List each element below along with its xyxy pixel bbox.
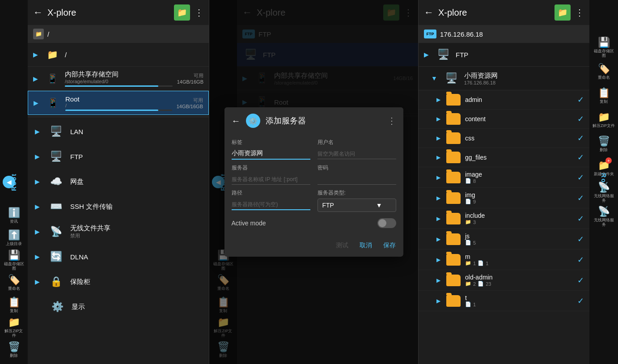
nav-item-wireless[interactable]: ▶ 📡 无线文件共享 禁用 [28, 219, 209, 244]
check-icon: ✓ [577, 114, 584, 124]
test-button[interactable]: 测试 [336, 241, 349, 250]
folder-info: include 📁 3 [465, 212, 573, 225]
password-input[interactable] [317, 174, 396, 185]
folder-info: old-admin 📁 2 📄 23 [465, 274, 573, 287]
p3-new-folder-btn[interactable]: 📁 + 新建文件夹 [592, 157, 615, 180]
list-item[interactable]: ▶ img 📄 9 ✓ [419, 188, 589, 208]
server-type-display[interactable]: FTP ▼ [317, 199, 396, 212]
server-input[interactable] [232, 174, 310, 185]
folder-expand: ▶ [436, 298, 442, 304]
p3-rename-btn[interactable]: 🏷️ 重命名 [592, 60, 615, 83]
folder-info: gg_files [465, 154, 573, 161]
folder-count: 📁 3 [465, 219, 573, 225]
sidebar-disk-btn[interactable]: 💾 磁盘存储区图 [3, 250, 25, 271]
ftp-text: FTP [70, 153, 202, 161]
vault-name: 保险柜 [70, 278, 202, 286]
nav-item-lan[interactable]: ▶ 🖥️ LAN [28, 119, 209, 144]
dialog-col-server-type: 服务器类型: FTP ▼ [317, 189, 396, 212]
storage-icon: 📱 [44, 71, 60, 87]
active-mode-label: Active mode [232, 220, 266, 227]
sidebar-rename-btn[interactable]: 🏷️ 重命名 [3, 272, 25, 293]
dialog-back-button[interactable]: ← [232, 116, 241, 126]
site-icon: 🖥️ [444, 70, 460, 86]
ssh-name: SSH 文件传输 [70, 203, 202, 211]
list-item[interactable]: ▶ old-admin 📁 2 📄 23 ✓ [419, 270, 589, 291]
folder-count: 📄 1 [465, 301, 573, 307]
sidebar-zip-btn[interactable]: 📁 解压ZIP文件 [3, 317, 25, 338]
path-input[interactable] [232, 199, 310, 210]
delete3-icon: 🗑️ [598, 135, 610, 147]
lan-icon: 🖥️ [48, 123, 64, 140]
list-item[interactable]: ▶ t 📄 1 ✓ [419, 291, 589, 311]
panel3-brand-icon: 📁 [555, 4, 571, 21]
p3-delete-btn[interactable]: 🗑️ 删除 [592, 132, 615, 156]
dialog-col-server: 服务器 [232, 164, 310, 185]
rename3-icon: 🏷️ [598, 63, 610, 75]
ssh-icon: ⌨️ [48, 199, 64, 215]
list-item[interactable]: ▶ content ✓ [419, 110, 589, 129]
subfolder-icon: 📁 [465, 260, 471, 266]
chevron-down-icon: ▼ [376, 202, 382, 209]
panel3-ftp-icon: FTP [424, 30, 436, 38]
nav-item-display[interactable]: ⚙️ 显示 [28, 294, 209, 319]
check-icon: ✓ [577, 214, 584, 224]
server-type-select[interactable]: FTP ▼ [317, 199, 396, 212]
save-button[interactable]: 保存 [383, 241, 396, 250]
tag-input[interactable] [232, 148, 310, 160]
list-item[interactable]: ▶ m 📁 1 📄 1 ✓ [419, 250, 589, 270]
panel3-more-button[interactable]: ⋮ [575, 7, 584, 18]
sidebar-info-btn[interactable]: ℹ️ 资讯 [3, 205, 25, 226]
nav-item-ssh[interactable]: ▶ ⌨️ SSH 文件传输 [28, 194, 209, 219]
cancel-button[interactable]: 取消 [360, 241, 372, 250]
check-icon: ✓ [577, 193, 584, 203]
folder-icon [446, 113, 461, 125]
sidebar-delete-btn[interactable]: 🗑️ 删除 [3, 339, 25, 360]
list-item[interactable]: ▶ 📱 Root / 可用 14GB/16GB [28, 91, 209, 115]
username-input[interactable] [317, 148, 396, 159]
list-item[interactable]: ▶ 🖥️ FTP [419, 43, 589, 67]
folder-info: image 📄 8 [465, 171, 573, 184]
list-item[interactable]: ▶ 📱 内部共享存储空间 /storage/emulated/0 可用 14GB… [28, 67, 209, 91]
nav-item-vault[interactable]: ▶ 🔒 保险柜 [28, 269, 209, 294]
sidebar-up-btn[interactable]: ⬆️ 上级目录 [3, 227, 25, 249]
copy3-icon: 📋 [598, 87, 610, 99]
list-item[interactable]: ▶ image 📄 8 ✓ [419, 167, 589, 188]
cloud-icon: ☁️ [48, 174, 64, 190]
p3-wireless-btn[interactable]: 📡 无线网络服务 [592, 181, 615, 204]
list-item[interactable]: ▶ 📁 / [28, 43, 209, 67]
p3-zip-btn[interactable]: 📁 解压ZIP文件 [592, 108, 615, 131]
list-item[interactable]: ▶ include 📁 3 ✓ [419, 208, 589, 229]
folder-name: content [465, 115, 573, 123]
panel1-more-button[interactable]: ⋮ [195, 7, 203, 18]
panel3-header: ← X-plore 📁 ⋮ [419, 0, 589, 25]
folder-icon [446, 275, 461, 286]
sidebar-copy-btn[interactable]: 📋 复制 [3, 294, 25, 316]
panel3-back-button[interactable]: ← [424, 7, 434, 18]
ftp3-info: FTP [456, 51, 584, 59]
root-sd-avail: 可用 [177, 97, 203, 104]
disk3-icon: 💾 [598, 37, 610, 48]
list-item[interactable]: ▶ admin ✓ [419, 90, 589, 110]
divider [28, 117, 209, 117]
dialog-more-button[interactable]: ⋮ [387, 115, 396, 126]
list-item[interactable]: ▶ js 📄 5 ✓ [419, 229, 589, 250]
check-icon: ✓ [577, 234, 584, 244]
folder-icon [446, 172, 461, 183]
p3-wireless2-btn[interactable]: 📡 无线网络服务 [592, 205, 615, 228]
nav-item-dlna[interactable]: ▶ 🔄 DLNA [28, 244, 209, 269]
list-item[interactable]: ▼ 🖥️ 小雨资源网 176.126.86.18 [419, 67, 589, 90]
server-label: 服务器 [232, 164, 310, 172]
list-item[interactable]: ▶ css ✓ [419, 129, 589, 148]
nav-item-ftp[interactable]: ▶ 🖥️ FTP [28, 144, 209, 169]
panel1-back-button[interactable]: ← [33, 7, 43, 18]
root-sd-icon: 📱 [45, 95, 61, 111]
p3-copy-btn[interactable]: 📋 复制 [592, 84, 615, 107]
folder-icon [446, 192, 461, 204]
nav-item-cloud[interactable]: ▶ ☁️ 网盘 [28, 169, 209, 194]
panel1-title: X-plore [47, 8, 169, 18]
folder-icon [446, 254, 461, 266]
p3-disk-btn[interactable]: 💾 磁盘存储区图 [592, 36, 615, 59]
list-item[interactable]: ▶ gg_files ✓ [419, 148, 589, 167]
root-sd-sub: / [65, 103, 172, 108]
active-mode-toggle[interactable] [377, 218, 396, 228]
